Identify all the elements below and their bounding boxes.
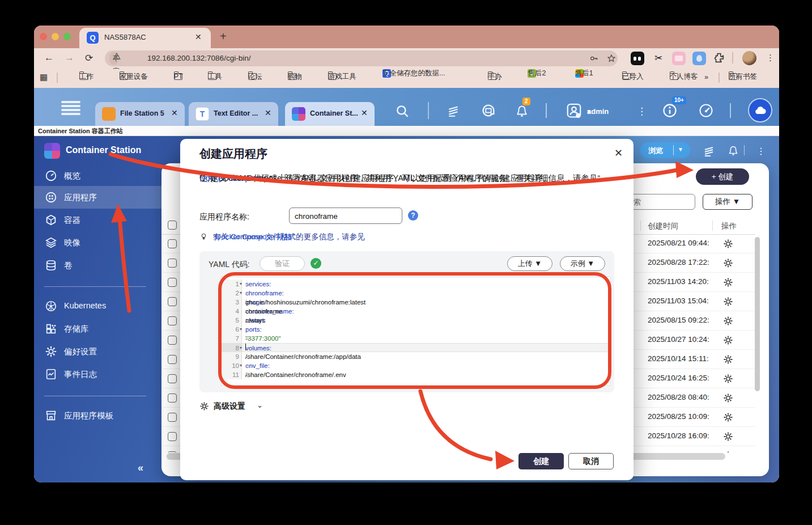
sidebar-item-应用程序[interactable]: 应用程序 (34, 186, 161, 209)
sidebar-item-应用程序模板[interactable]: 应用程序模板 (34, 404, 161, 427)
admin-menu[interactable]: admin ▾ (587, 107, 591, 116)
code-line[interactable]: 3····image:·ghcr.io/hoshinosuzumi/chrono… (222, 298, 610, 307)
yaml-code-editor[interactable]: 1▾services:¬2▾··chronoframe:¬3····image:… (221, 277, 611, 386)
macos-zoom-button[interactable] (63, 33, 71, 40)
extension-scissors-icon[interactable]: ✂ (652, 52, 665, 65)
row-checkbox[interactable] (168, 336, 177, 345)
apps-grid-icon[interactable]: ▦ (40, 72, 50, 82)
code-line[interactable]: 9······-·/share/Container/chronoframe:/a… (222, 352, 610, 361)
row-settings-gear-icon[interactable] (723, 451, 733, 452)
resource-monitor-icon[interactable] (698, 103, 714, 118)
new-tab-button[interactable]: + (220, 30, 227, 43)
chevron-down-icon[interactable]: ▼ (678, 146, 683, 153)
bookmark-item[interactable]: 手办 (488, 73, 496, 80)
myqnapcloud-button[interactable] (748, 98, 772, 122)
validate-button[interactable]: 验证 (260, 256, 305, 271)
extension-icon-4[interactable] (692, 52, 706, 65)
row-settings-gear-icon[interactable] (723, 277, 733, 287)
bookmark-item[interactable]: 个人博客 (670, 73, 678, 80)
bookmark-item[interactable]: 论坛 (248, 73, 257, 80)
create-application-button[interactable]: + 创建 (696, 168, 749, 185)
advanced-settings-toggle[interactable]: 高级设置 (214, 401, 245, 412)
code-line[interactable]: 1▾services:¬ (222, 280, 610, 289)
code-line[interactable]: 5····restart:·always¬ (222, 316, 610, 325)
modal-close-icon[interactable]: ✕ (614, 147, 623, 159)
example-button[interactable]: 示例 ▼ (560, 256, 605, 271)
row-settings-gear-icon[interactable] (723, 297, 733, 307)
bookmark-item[interactable]: 已导入 (622, 73, 631, 80)
compose-spec-link[interactable]: “Docker Compose 规格” (213, 232, 295, 242)
cs-notifications-icon[interactable] (727, 144, 739, 156)
row-checkbox[interactable] (168, 413, 177, 422)
qnap-tab-file-station[interactable]: File Station 5 ✕ (95, 102, 185, 126)
restart-icon[interactable] (481, 103, 496, 118)
row-settings-gear-icon[interactable] (723, 335, 733, 345)
close-tab-icon[interactable]: ✕ (265, 108, 271, 117)
bookmark-star-icon[interactable] (607, 54, 616, 63)
reload-button[interactable]: ⟳ (85, 52, 93, 64)
row-checkbox[interactable] (168, 393, 177, 403)
row-settings-gear-icon[interactable] (723, 316, 733, 326)
vertical-scrollbar[interactable] (755, 237, 760, 391)
row-checkbox[interactable] (168, 239, 177, 248)
system-events-icon[interactable] (662, 103, 678, 118)
security-chip[interactable]: 不安全 (109, 52, 118, 65)
cs-tasks-icon[interactable] (703, 144, 716, 158)
code-line[interactable]: 4····container_name:·chronoframe¬ (222, 307, 610, 316)
browser-tab[interactable]: Q NAS5878AC ✕ (79, 28, 211, 48)
code-line[interactable]: 2▾··chronoframe:¬ (222, 289, 610, 298)
code-line[interactable]: 8▾····volumes:¬ (222, 343, 610, 352)
extension-icon-1[interactable] (631, 52, 644, 65)
bookmark-item[interactable]: 工作 (79, 73, 88, 80)
qnap-tab-text-editor[interactable]: T Text Editor ... ✕ (189, 102, 278, 126)
sidebar-item-偏好设置[interactable]: 偏好设置 (34, 340, 161, 363)
all-bookmarks[interactable]: 所有书签 (729, 73, 737, 80)
close-tab-icon[interactable]: ✕ (361, 108, 368, 117)
bookmark-item[interactable]: 家里设备 (120, 73, 128, 80)
sidebar-item-存储库[interactable]: 存储库 (34, 317, 161, 340)
desktop-search-icon[interactable] (395, 104, 410, 118)
macos-close-button[interactable] (40, 33, 47, 40)
row-checkbox[interactable] (168, 451, 177, 452)
code-line[interactable]: 10▾····env_file:·¬ (222, 361, 610, 370)
row-checkbox[interactable] (168, 259, 177, 268)
actions-button[interactable]: 操作 ▼ (703, 194, 753, 210)
profile-avatar[interactable] (742, 51, 756, 65)
row-checkbox[interactable] (168, 297, 177, 306)
sidebar-item-映像[interactable]: 映像 (34, 231, 161, 254)
forward-button[interactable]: → (65, 52, 74, 63)
row-settings-gear-icon[interactable] (723, 258, 733, 268)
search-input[interactable] (626, 196, 691, 208)
background-tasks-icon[interactable] (447, 103, 461, 118)
bookmarks-overflow[interactable]: » (704, 73, 708, 81)
row-checkbox[interactable] (168, 432, 177, 441)
app-name-field[interactable] (289, 208, 402, 224)
qnap-tab-container-station[interactable]: Container St... ✕ (285, 102, 375, 126)
chevron-down-icon[interactable]: ⌄ (257, 401, 263, 409)
extensions-puzzle-icon[interactable] (713, 52, 725, 64)
row-checkbox[interactable] (168, 316, 177, 325)
bookmark-item[interactable]: PT (174, 73, 182, 80)
row-checkbox[interactable] (168, 374, 177, 383)
more-options-icon[interactable]: ⋮ (637, 105, 647, 117)
code-line[interactable]: 6▾····ports:¬ (222, 325, 610, 334)
help-icon[interactable]: ? (408, 210, 418, 221)
row-settings-gear-icon[interactable] (723, 412, 733, 422)
app-name-input[interactable] (295, 210, 397, 222)
row-settings-gear-icon[interactable] (723, 431, 733, 442)
extension-icon-3[interactable] (672, 52, 686, 65)
bookmark-item[interactable]: 游戏工具 (328, 73, 337, 80)
bookmark-item[interactable]: 购物 (288, 73, 296, 80)
sidebar-item-容器[interactable]: 容器 (34, 209, 161, 231)
sidebar-item-概览[interactable]: 概览 (34, 164, 161, 187)
row-checkbox[interactable] (168, 355, 177, 364)
main-menu-icon[interactable] (61, 101, 80, 116)
sidebar-item-Kubernetes[interactable]: Kubernetes (34, 295, 161, 317)
macos-minimize-button[interactable] (52, 33, 59, 40)
sidebar-item-事件日志[interactable]: 事件日志 (34, 363, 161, 386)
row-checkbox[interactable] (168, 278, 177, 287)
password-key-icon[interactable] (589, 54, 598, 63)
sidebar-collapse-button[interactable]: « (138, 462, 143, 474)
code-line[interactable]: 7······-·"3377:3000"¬ (222, 334, 610, 343)
browse-split-button[interactable]: 浏览 ▼ (640, 142, 690, 158)
